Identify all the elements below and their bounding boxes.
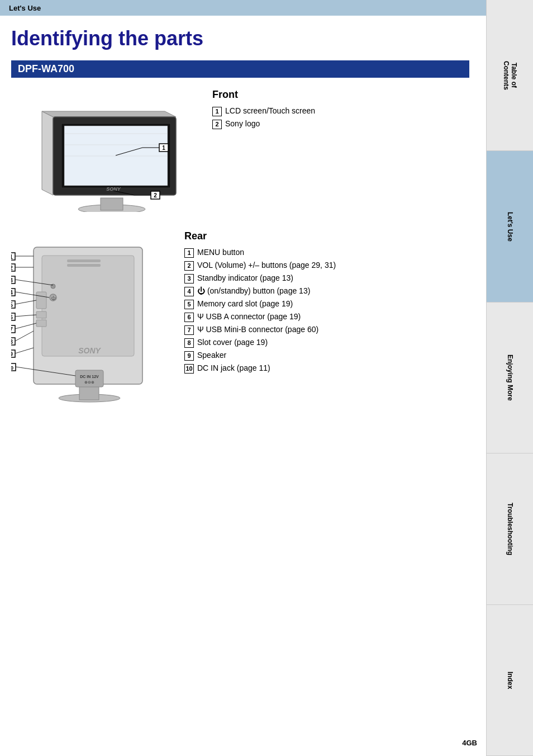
rear-part-10: 10 DC IN jack (page 11) <box>184 363 475 374</box>
sidebar-tab-enjoying-label: Enjoying More <box>506 355 514 401</box>
rear-num-1: 1 <box>184 248 194 258</box>
front-diagram: SONY 1 2 <box>11 89 196 214</box>
svg-text:⏻: ⏻ <box>51 296 56 301</box>
svg-text:⊕⊖⊕: ⊕⊖⊕ <box>84 380 94 384</box>
sidebar-tab-troubleshooting[interactable]: Troubleshooting <box>486 453 533 604</box>
rear-section: ⏻ DC IN 12V ⊕⊖⊕ SONY 1 <box>11 230 475 405</box>
svg-line-58 <box>15 331 34 341</box>
sidebar-tab-enjoying[interactable]: Enjoying More <box>486 303 533 453</box>
top-bar-label: Let's Use <box>9 4 41 12</box>
front-parts-list: 1 LCD screen/Touch screen 2 Sony logo <box>212 106 475 129</box>
sidebar-tab-toc[interactable]: Table ofContents <box>486 0 533 151</box>
rear-num-5: 5 <box>184 300 194 309</box>
svg-rect-23 <box>67 259 101 262</box>
svg-text:9: 9 <box>11 351 13 357</box>
svg-text:6: 6 <box>11 314 13 320</box>
front-title: Front <box>212 89 475 101</box>
svg-rect-27 <box>36 320 46 327</box>
page-number: 4GB <box>462 739 477 747</box>
top-bar: Let's Use <box>0 0 533 16</box>
svg-text:1: 1 <box>162 145 165 151</box>
svg-text:DC IN 12V: DC IN 12V <box>80 375 99 379</box>
rear-num-10: 10 <box>184 364 194 374</box>
svg-rect-22 <box>42 256 134 356</box>
front-diagram-svg: SONY 1 2 <box>11 89 196 212</box>
svg-text:3: 3 <box>11 277 13 284</box>
model-header: DPF-WA700 <box>11 60 469 78</box>
sidebar-tab-letsuse-label: Let's Use <box>506 212 514 242</box>
svg-marker-2 <box>42 111 53 195</box>
rear-part-6: 6 Ψ USB A connector (page 19) <box>184 312 475 322</box>
svg-text:2: 2 <box>11 265 13 271</box>
rear-parts-list: 1 MENU button 2 VOL (Volume) +/– buttons… <box>184 248 475 374</box>
right-sidebar: Table ofContents Let's Use Enjoying More… <box>486 0 533 756</box>
sidebar-tab-index[interactable]: Index <box>486 605 533 756</box>
svg-rect-6 <box>64 126 168 186</box>
rear-num-8: 8 <box>184 338 194 348</box>
rear-num-3: 3 <box>184 274 194 284</box>
rear-part-7: 7 Ψ USB Mini-B connector (page 60) <box>184 325 475 335</box>
svg-text:SONY: SONY <box>78 346 101 355</box>
svg-marker-3 <box>42 111 176 117</box>
rear-part-8: 8 Slot cover (page 19) <box>184 338 475 348</box>
front-num-1: 1 <box>212 107 222 116</box>
front-part-1: 1 LCD screen/Touch screen <box>212 106 475 116</box>
svg-rect-31 <box>75 370 103 387</box>
svg-text:7: 7 <box>11 327 13 333</box>
front-section: SONY 1 2 F <box>11 89 475 214</box>
svg-rect-24 <box>67 264 101 267</box>
sidebar-tab-index-label: Index <box>506 672 514 689</box>
rear-diagram: ⏻ DC IN 12V ⊕⊖⊕ SONY 1 <box>11 230 168 405</box>
sidebar-tab-letsuse[interactable]: Let's Use <box>486 151 533 302</box>
rear-num-6: 6 <box>184 313 194 322</box>
rear-desc: Rear 1 MENU button 2 VOL (Volume) +/– bu… <box>184 230 475 376</box>
rear-part-1: 1 MENU button <box>184 248 475 258</box>
sidebar-tab-toc-label: Table ofContents <box>502 61 518 90</box>
svg-line-61 <box>15 348 34 353</box>
rear-part-9: 9 Speaker <box>184 351 475 361</box>
svg-text:4: 4 <box>11 290 13 296</box>
svg-text:8: 8 <box>11 339 13 345</box>
page-title: Identifying the parts <box>11 27 475 50</box>
rear-title: Rear <box>184 230 475 242</box>
main-content: Identifying the parts DPF-WA700 <box>0 16 486 417</box>
rear-num-9: 9 <box>184 351 194 361</box>
front-desc: Front 1 LCD screen/Touch screen 2 Sony l… <box>212 89 475 132</box>
rear-part-4: 4 ⏻ (on/standby) button (page 13) <box>184 286 475 296</box>
rear-num-4: 4 <box>184 287 194 296</box>
rear-part-3: 3 Standby indicator (page 13) <box>184 273 475 284</box>
rear-part-2: 2 VOL (Volume) +/– buttons (page 29, 31) <box>184 261 475 271</box>
svg-text:1: 1 <box>11 254 13 260</box>
rear-part-5: 5 Memory card slot (page 19) <box>184 299 475 309</box>
svg-rect-25 <box>36 292 46 309</box>
svg-text:2: 2 <box>154 192 157 199</box>
svg-rect-26 <box>36 311 46 318</box>
svg-text:5: 5 <box>11 302 13 308</box>
front-part-2: 2 Sony logo <box>212 119 475 129</box>
rear-num-7: 7 <box>184 325 194 335</box>
sidebar-tab-troubleshooting-label: Troubleshooting <box>506 503 514 555</box>
rear-diagram-svg: ⏻ DC IN 12V ⊕⊖⊕ SONY 1 <box>11 230 168 404</box>
svg-rect-1 <box>101 198 123 210</box>
rear-num-2: 2 <box>184 261 194 271</box>
front-num-2: 2 <box>212 120 222 129</box>
svg-text:10: 10 <box>11 365 13 371</box>
